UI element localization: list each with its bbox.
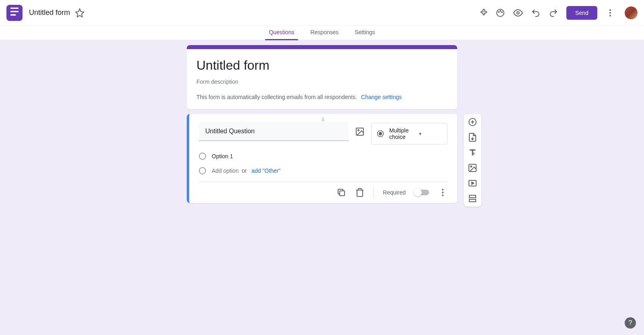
form-title[interactable]: Untitled form — [196, 58, 448, 73]
svg-point-7 — [609, 15, 611, 17]
required-label: Required — [383, 189, 406, 196]
email-collection-notice: This form is automatically collecting em… — [196, 94, 448, 100]
email-notice-text: This form is automatically collecting em… — [196, 94, 357, 100]
svg-rect-20 — [469, 195, 476, 198]
preview-icon[interactable] — [513, 8, 523, 18]
addons-icon[interactable] — [478, 8, 487, 18]
option-row[interactable]: Option 1 — [199, 153, 448, 160]
divider — [374, 187, 374, 198]
svg-point-6 — [609, 12, 611, 14]
star-icon[interactable] — [75, 8, 85, 18]
add-option-button[interactable]: Add option — [212, 168, 239, 174]
tab-responses[interactable]: Responses — [309, 26, 340, 40]
question-card[interactable]: ⠿ Multiple choice ▼ — [187, 114, 457, 203]
tabs-bar: Questions Responses Settings — [0, 26, 644, 40]
form-header-card[interactable]: Untitled form Form description This form… — [187, 45, 457, 109]
question-more-icon[interactable] — [438, 188, 448, 197]
svg-point-13 — [442, 189, 444, 190]
question-type-label: Multiple choice — [389, 127, 413, 140]
question-type-dropdown[interactable]: Multiple choice ▼ — [371, 123, 448, 145]
more-icon[interactable] — [605, 8, 615, 18]
user-avatar[interactable] — [625, 6, 638, 19]
svg-rect-12 — [340, 191, 345, 196]
radio-outline-icon — [199, 167, 206, 174]
add-section-icon[interactable] — [468, 194, 477, 203]
change-settings-link[interactable]: Change settings — [361, 94, 402, 100]
form-description[interactable]: Form description — [196, 79, 448, 85]
send-button[interactable]: Send — [566, 6, 597, 20]
svg-point-2 — [500, 10, 501, 11]
or-text: or — [242, 168, 247, 174]
option-text[interactable]: Option 1 — [212, 153, 233, 159]
svg-point-15 — [442, 194, 444, 196]
svg-rect-21 — [469, 199, 476, 202]
redo-icon[interactable] — [549, 8, 558, 18]
tab-settings[interactable]: Settings — [353, 26, 377, 40]
palette-icon[interactable] — [495, 8, 505, 18]
add-video-icon[interactable] — [468, 178, 477, 188]
add-image-icon[interactable] — [468, 163, 477, 173]
add-title-icon[interactable] — [468, 148, 477, 157]
radio-outline-icon — [199, 153, 206, 160]
svg-point-4 — [517, 12, 519, 14]
document-title[interactable]: Untitled form — [29, 8, 70, 17]
svg-point-1 — [498, 12, 499, 12]
forms-logo[interactable] — [6, 5, 23, 21]
tab-questions[interactable]: Questions — [267, 26, 296, 40]
svg-point-3 — [502, 12, 502, 12]
svg-point-11 — [379, 132, 382, 135]
add-other-link[interactable]: add "Other" — [252, 168, 281, 174]
app-header: Untitled form Send — [0, 0, 644, 26]
svg-point-9 — [358, 130, 359, 131]
help-icon[interactable]: ? — [625, 317, 636, 329]
delete-icon[interactable] — [355, 188, 365, 197]
add-question-icon[interactable] — [468, 117, 477, 127]
duplicate-icon[interactable] — [336, 188, 346, 197]
svg-point-5 — [609, 9, 611, 11]
add-option-row: Add option or add "Other" — [199, 167, 448, 174]
header-actions: Send — [478, 6, 638, 20]
svg-point-18 — [471, 166, 472, 167]
question-footer: Required — [199, 182, 448, 198]
undo-icon[interactable] — [531, 8, 541, 18]
import-questions-icon[interactable] — [468, 132, 477, 142]
editor-canvas: Untitled form Form description This form… — [0, 40, 644, 335]
drag-handle-icon[interactable]: ⠿ — [321, 117, 326, 123]
add-image-icon[interactable] — [355, 127, 365, 136]
radio-icon — [376, 130, 384, 138]
floating-toolbar — [464, 114, 481, 207]
chevron-down-icon: ▼ — [418, 132, 442, 136]
svg-point-14 — [442, 192, 444, 193]
required-toggle[interactable] — [415, 190, 429, 195]
question-title-input[interactable] — [199, 122, 349, 141]
